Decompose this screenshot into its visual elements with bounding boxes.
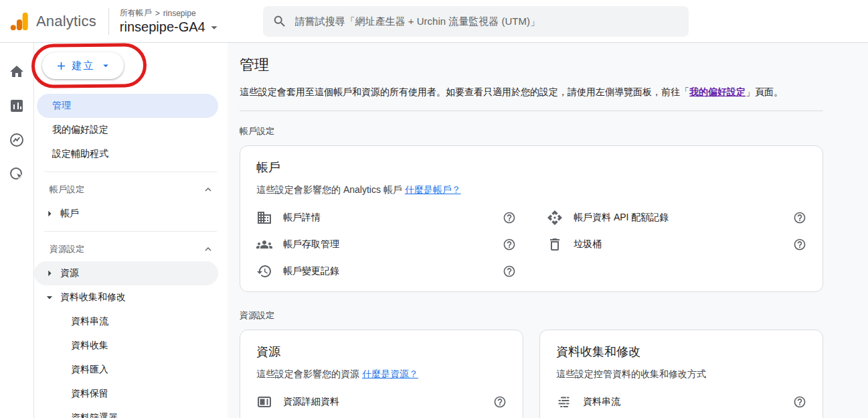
chevron-down-icon <box>100 60 112 72</box>
account-card-subtitle: 這些設定會影響您的 Analytics 帳戶 什麼是帳戶？ <box>256 184 806 196</box>
sidebar-item-data-retention[interactable]: 資料保留 <box>34 382 228 406</box>
sidebar-item-account[interactable]: 帳戶 <box>34 202 218 226</box>
search-icon <box>272 14 287 29</box>
reports-nav-button[interactable] <box>8 97 25 115</box>
sidebar-item-data-collection[interactable]: 資料收集 <box>34 334 228 358</box>
property-settings-cards: 資源 這些設定會影響您的資源 什麼是資源？ <box>240 322 823 418</box>
ga-admin-page: Analytics 所有帳戶 > rinsepipe rinsepipe-GA4 <box>0 0 868 418</box>
sidebar-item-data-streams[interactable]: 資料串流 <box>34 309 228 334</box>
item-label: 垃圾桶 <box>574 238 782 251</box>
product-name: Analytics <box>36 13 96 30</box>
property-details-item[interactable]: 資源詳細資料 <box>256 389 507 415</box>
property-card: 資源 這些設定會影響您的資源 什麼是資源？ <box>240 330 523 418</box>
what-is-property-link[interactable]: 什麼是資源？ <box>362 368 418 379</box>
property-selector-label: rinsepipe-GA4 <box>120 19 205 35</box>
search-input[interactable] <box>295 15 679 27</box>
account-data-api-quota-item[interactable]: 帳戶資料 API 配額記錄 <box>547 204 806 231</box>
data-collection-card: 資料收集和修改 這些設定控管資料的收集和修改方式 <box>539 330 823 418</box>
advertising-nav-button[interactable] <box>8 165 25 183</box>
explore-icon <box>9 132 25 148</box>
sidebar-item-my-preferences[interactable]: 我的偏好設定 <box>37 118 218 142</box>
property-card-subtitle: 這些設定會影響您的資源 什麼是資源？ <box>256 368 507 380</box>
search-bar[interactable] <box>263 6 689 37</box>
home-nav-button[interactable] <box>8 63 25 80</box>
account-access-management-item[interactable]: 帳戶存取管理 <box>256 231 516 258</box>
reports-icon <box>9 98 25 114</box>
help-icon[interactable] <box>503 238 516 251</box>
plus-icon <box>55 60 68 72</box>
property-card-title: 資源 <box>256 344 507 360</box>
description-text: 」頁面。 <box>746 86 783 97</box>
sidebar-item-label: 資料篩選器 <box>71 412 118 418</box>
help-icon[interactable] <box>493 395 507 409</box>
property-card-items: 資源詳細資料 資源存取權管理 <box>256 389 507 418</box>
analytics-logo[interactable]: Analytics <box>0 11 96 31</box>
subtitle-text: 這些設定控管資料的收集和修改方式 <box>556 368 706 379</box>
chevron-down-icon <box>207 20 222 35</box>
property-access-management-item[interactable]: 資源存取權管理 <box>256 415 507 418</box>
section-label: 帳戶設定 <box>50 184 84 196</box>
trash-can-item[interactable]: 垃圾桶 <box>547 231 806 258</box>
help-icon[interactable] <box>793 211 806 224</box>
header-divider <box>108 8 109 35</box>
item-label: 帳戶變更記錄 <box>283 265 492 277</box>
sidebar-item-data-filters[interactable]: 資料篩選器 <box>34 406 228 418</box>
trash-icon <box>547 236 563 253</box>
sidebar-item-label: 資料匯入 <box>71 364 108 376</box>
account-details-item[interactable]: 帳戶詳情 <box>256 204 516 231</box>
stream-icon <box>556 394 572 410</box>
item-label: 帳戶存取管理 <box>283 238 492 251</box>
arrow-down-icon <box>43 291 56 304</box>
breadcrumb-root[interactable]: 所有帳戶 <box>120 7 152 19</box>
api-icon <box>547 210 563 226</box>
page-title: 管理 <box>240 55 823 75</box>
help-icon[interactable] <box>793 238 806 251</box>
account-change-history-item[interactable]: 帳戶變更記錄 <box>256 258 516 285</box>
property-selector[interactable]: rinsepipe-GA4 <box>120 19 222 35</box>
property-details-icon <box>256 394 272 410</box>
body-row: 建立 管理 我的偏好設定 設定輔助程式 帳戶設定 <box>0 43 868 418</box>
item-label: 資源詳細資料 <box>283 396 483 408</box>
item-label: 資料串流 <box>583 396 782 408</box>
sidebar-item-label: 帳戶 <box>60 208 79 220</box>
chevron-up-icon <box>202 184 214 196</box>
sidebar-item-data-collection-modification[interactable]: 資料收集和修改 <box>34 285 218 309</box>
sidebar-section-account-settings[interactable]: 帳戶設定 <box>34 178 228 202</box>
account-card-column-1: 帳戶詳情 帳戶存取管理 <box>256 204 547 285</box>
home-icon <box>9 64 25 80</box>
account-breadcrumb-block: 所有帳戶 > rinsepipe rinsepipe-GA4 <box>120 7 222 35</box>
sidebar-item-setup-assistant[interactable]: 設定輔助程式 <box>37 142 218 166</box>
account-card: 帳戶 這些設定會影響您的 Analytics 帳戶 什麼是帳戶？ 帳戶詳情 <box>240 145 823 292</box>
what-is-account-link[interactable]: 什麼是帳戶？ <box>405 184 461 195</box>
chevron-up-icon <box>202 243 214 255</box>
data-streams-item[interactable]: 資料串流 <box>556 389 806 415</box>
my-preferences-link[interactable]: 我的偏好設定 <box>689 86 746 97</box>
data-card-items: 資料串流 資料收集 <box>556 389 806 418</box>
create-button[interactable]: 建立 <box>42 52 124 79</box>
help-icon[interactable] <box>503 265 516 278</box>
help-icon[interactable] <box>503 211 516 224</box>
explore-nav-button[interactable] <box>8 131 25 149</box>
account-settings-section-label: 帳戶設定 <box>240 125 823 137</box>
sidebar-item-label: 我的偏好設定 <box>52 124 108 136</box>
sidebar-item-label: 管理 <box>52 100 71 112</box>
account-card-column-2: 帳戶資料 API 配額記錄 垃圾桶 <box>547 204 806 285</box>
help-icon[interactable] <box>793 395 806 409</box>
data-card-title: 資料收集和修改 <box>556 344 806 360</box>
sidebar-item-data-import[interactable]: 資料匯入 <box>34 358 228 382</box>
subtitle-text: 這些設定會影響您的資源 <box>256 368 359 379</box>
property-settings-section-label: 資源設定 <box>240 309 823 322</box>
analytics-logo-icon <box>8 11 31 31</box>
sidebar-item-label: 資料保留 <box>71 388 108 400</box>
sidebar-item-property[interactable]: 資源 <box>34 261 218 285</box>
left-icon-rail <box>0 43 34 418</box>
sidebar-item-label: 資料串流 <box>71 316 108 328</box>
breadcrumb-account[interactable]: rinsepipe <box>163 9 196 18</box>
data-collection-item[interactable]: 資料收集 <box>556 415 806 418</box>
sidebar-divider <box>44 171 217 172</box>
sidebar-item-admin[interactable]: 管理 <box>37 94 218 118</box>
data-card-subtitle: 這些設定控管資料的收集和修改方式 <box>556 368 806 380</box>
content-divider <box>240 111 823 111</box>
sidebar-section-property-settings[interactable]: 資源設定 <box>34 237 228 261</box>
arrow-right-icon <box>43 267 56 280</box>
